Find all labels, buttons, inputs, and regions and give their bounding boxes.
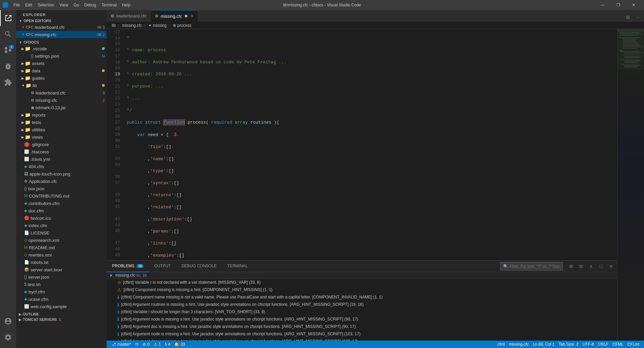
travis-file[interactable]: ⬜ .travis.yml — [16, 155, 107, 163]
activity-search[interactable] — [0, 26, 16, 42]
sidebar-content[interactable]: ▼ Open Editors ✕ CFC leaderboard.cfc lib… — [16, 18, 107, 348]
problem-item[interactable]: ℹ [cflint] Argument routines is missing … — [107, 301, 617, 308]
close-tab-icon[interactable]: ✕ — [190, 14, 194, 18]
activity-accounts[interactable] — [0, 313, 16, 329]
filter-input[interactable] — [509, 264, 560, 269]
opensearch-file[interactable]: ◇ opensearch.xml — [16, 236, 107, 244]
activity-source-control[interactable]: 3 — [0, 42, 16, 58]
split-editor-button[interactable]: ⧉ — [623, 12, 633, 22]
menu-help[interactable]: Help — [119, 0, 133, 10]
webconfig-file[interactable]: ⬜ web.config.sample — [16, 303, 107, 310]
problem-item[interactable]: ⊘ [cflint] Variable r is not declared wi… — [107, 279, 617, 286]
problem-section-missing[interactable]: ▼ missing.cfc lib 10 — [107, 272, 617, 279]
open-editor-missing[interactable]: ✕ CFC missing.cfc lib 2 — [16, 31, 107, 38]
readme-file[interactable]: M README.md — [16, 244, 107, 251]
breadcrumb-function[interactable]: ⊕ process — [173, 23, 191, 28]
menu-selection[interactable]: Selection — [35, 0, 57, 10]
info-count[interactable]: ℹ 4 — [163, 341, 172, 348]
contributors-file[interactable]: ◈ contributors.cfm — [16, 200, 107, 207]
settings-icon[interactable]: ⚙ — [566, 262, 576, 271]
notifications[interactable]: 🔔 33 — [172, 341, 187, 348]
htaccess-file[interactable]: ⬜ .htaccess — [16, 148, 107, 155]
lib-folder[interactable]: ▼ 📁 lib — [16, 82, 107, 89]
guides-folder[interactable]: ▶ 📁 guides — [16, 74, 107, 82]
line-ending-status[interactable]: CRLF — [596, 341, 610, 348]
menu-file[interactable]: File — [11, 0, 22, 10]
reports-folder[interactable]: ▶ 📁 reports — [16, 111, 107, 119]
assets-folder[interactable]: ▶ 📁 assets — [16, 60, 107, 67]
breadcrumb-lib[interactable]: lib — [112, 23, 116, 28]
minimize-button[interactable]: — — [595, 0, 610, 10]
trycf-file[interactable]: ◈ trycf.cfm — [16, 288, 107, 295]
sync-button[interactable]: ⟳ — [133, 341, 141, 348]
copy-button[interactable]: ⧉ — [576, 262, 586, 271]
doc-file[interactable]: ◈ doc.cfm — [16, 207, 107, 214]
problem-item[interactable]: ℹ [cflint] Argument doc is missing a hin… — [107, 338, 617, 341]
settings-json[interactable]: {} settings.json U — [16, 52, 107, 60]
tomcat-section[interactable]: ▶ Tomcat Servers 1 — [16, 317, 107, 322]
collapse-button[interactable]: ∧ — [586, 262, 596, 271]
missing-cfc[interactable]: ⚙ missing.cfc 2 — [16, 96, 107, 104]
activity-explorer[interactable] — [0, 10, 16, 26]
encoding-status[interactable]: UTF-8 — [581, 341, 596, 348]
panel-content[interactable]: ▼ missing.cfc lib 10 ⊘ [cflint] Variable… — [107, 272, 617, 341]
problem-item[interactable]: ℹ [cflint] Argument doc is missing a hin… — [107, 323, 617, 330]
errors-count[interactable]: ⊘ 0 — [141, 341, 152, 348]
breadcrumb-component[interactable]: ✦ missing — [148, 23, 166, 28]
cfml-status[interactable]: cfml — [495, 341, 507, 348]
menu-terminal[interactable]: Terminal — [99, 0, 119, 10]
menu-view[interactable]: View — [57, 0, 71, 10]
close-icon[interactable]: ✕ — [21, 32, 24, 37]
utilities-folder[interactable]: ▶ 📁 utilities — [16, 126, 107, 133]
tab-missing[interactable]: ⚙ missing.cfc ✕ — [151, 10, 198, 22]
menu-debug[interactable]: Debug — [82, 0, 99, 10]
server-start-file[interactable]: 📦 server-start.boxr — [16, 266, 107, 273]
menu-go[interactable]: Go — [71, 0, 82, 10]
more-actions-button[interactable]: ··· — [633, 12, 643, 22]
close-panel-button[interactable]: ✕ — [606, 262, 616, 271]
favicon-file[interactable]: 🔴 favicon.ico — [16, 214, 107, 222]
menu-edit[interactable]: Edit — [22, 0, 35, 10]
activity-settings[interactable] — [0, 329, 16, 345]
leaderboard-cfc[interactable]: ⚙ leaderboard.cfc 3 — [16, 89, 107, 96]
problem-item[interactable]: ℹ [cflint] Component name missing is not… — [107, 293, 617, 301]
application-cfc[interactable]: ⚙ Application.cfc — [16, 178, 107, 185]
tests-folder[interactable]: ▶ 📁 tests — [16, 119, 107, 126]
data-folder[interactable]: ▶ 📁 data — [16, 67, 107, 74]
breadcrumb-file[interactable]: missing.cfc — [122, 23, 142, 28]
gitignore-file[interactable]: 🔴 .gitignore — [16, 141, 107, 148]
test-sh-file[interactable]: $ test.sh — [16, 281, 107, 288]
box-json[interactable]: {} box.json — [16, 185, 107, 192]
problem-item[interactable]: ℹ [cflint] Argument node is missing a hi… — [107, 330, 617, 338]
panel-tab-debug[interactable]: DEBUG CONSOLE — [176, 261, 222, 272]
close-icon[interactable]: ✕ — [21, 25, 24, 29]
panel-tab-terminal[interactable]: TERMINAL — [222, 261, 253, 272]
activity-debug[interactable] — [0, 58, 16, 74]
rewrites-file[interactable]: ◇ rewrites.xml — [16, 251, 107, 259]
license-file[interactable]: 📄 LICENSE — [16, 229, 107, 236]
position-status[interactable]: Ln 80, Col 1 — [531, 341, 557, 348]
filter-input-wrap[interactable]: 🔍 — [500, 262, 563, 271]
cfdocs-section[interactable]: ▼ CFDOCS — [16, 40, 107, 45]
apple-touch-file[interactable]: 🖼 apple-touch-icon.png — [16, 170, 107, 178]
cflint-status[interactable]: CFLint — [626, 341, 641, 348]
problem-item[interactable]: ℹ [cflint] Argument node is missing a hi… — [107, 316, 617, 323]
views-folder[interactable]: ▶ 📁 views — [16, 133, 107, 141]
missing-status[interactable]: missing.cfc — [507, 341, 531, 348]
open-editor-leaderboard[interactable]: ✕ CFC leaderboard.cfc lib 3 — [16, 23, 107, 31]
git-branch[interactable]: ⎇ master* — [109, 341, 133, 348]
txtmark-jar[interactable]: ▣ txtmark-0.13.jar — [16, 104, 107, 111]
contributing-file[interactable]: M CONTRIBUTING.md — [16, 192, 107, 200]
expand-button[interactable]: □ — [596, 262, 606, 271]
index-file[interactable]: ◈ index.cfm — [16, 222, 107, 229]
tab-leaderboard[interactable]: ⚙ leaderboard.cfc — [107, 10, 151, 22]
problem-item[interactable]: ℹ [cflint] Variable r should be longer t… — [107, 308, 617, 316]
problem-item[interactable]: ⚠ [cflint] Component missing is missing … — [107, 286, 617, 293]
maximize-button[interactable]: ❐ — [610, 0, 626, 10]
404-file[interactable]: ◈ 404.cfm — [16, 163, 107, 170]
vscode-folder[interactable]: ▶ 📁 .vscode — [16, 45, 107, 52]
tab-size-status[interactable]: Tab Size: 2 — [556, 341, 580, 348]
outline-section[interactable]: ▶ Outline — [16, 311, 107, 317]
panel-tab-output[interactable]: OUTPUT — [149, 261, 176, 272]
server-json-file[interactable]: {} server.json — [16, 273, 107, 281]
